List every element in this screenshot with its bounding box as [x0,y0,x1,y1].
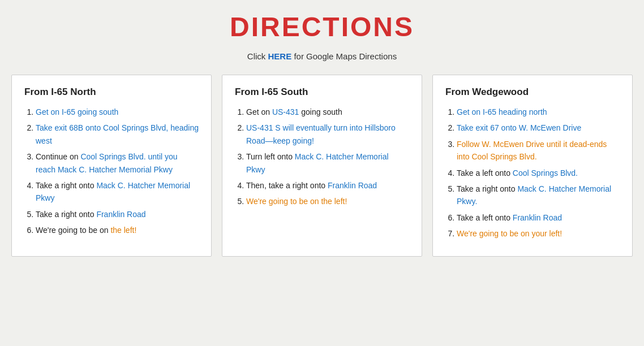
list-item: US-431 S will eventually turn into Hills… [246,122,409,147]
google-maps-prefix: Click [247,51,268,61]
list-item: Take exit 68B onto Cool Springs Blvd, he… [36,122,199,147]
list-item: Take a right onto Mack C. Hatcher Memori… [36,179,199,205]
list-item: Take a right onto Mack C. Hatcher Memori… [457,183,620,208]
directions-grid: From I-65 NorthGet on I-65 going southTa… [11,75,633,257]
list-item: Take a right onto Franklin Road [36,208,199,220]
card-title-from-wedgewood: From Wedgewood [445,86,620,98]
list-item: We're going to be on the left! [36,224,199,236]
google-maps-line: Click HERE for Google Maps Directions [11,51,633,61]
direction-list-from-wedgewood: Get on I-65 heading northTake exit 67 on… [445,106,620,240]
list-item: Take a left onto Cool Springs Blvd. [457,167,620,179]
google-maps-link[interactable]: HERE [268,51,292,61]
direction-list-from-i65-south: Get on US-431 going southUS-431 S will e… [235,106,409,208]
direction-card-from-wedgewood: From WedgewoodGet on I-65 heading northT… [432,75,633,257]
list-item: Take exit 67 onto W. McEwen Drive [457,122,620,134]
card-title-from-i65-north: From I-65 North [24,86,199,98]
direction-list-from-i65-north: Get on I-65 going southTake exit 68B ont… [24,106,199,237]
list-item: Take a left onto Franklin Road [457,211,620,224]
list-item: Get on I-65 heading north [457,106,620,118]
list-item: Get on I-65 going south [36,106,199,118]
direction-card-from-i65-north: From I-65 NorthGet on I-65 going southTa… [11,75,212,257]
list-item: Continue on Cool Springs Blvd. until you… [36,150,199,176]
list-item: Follow W. McEwen Drive until it dead-end… [457,138,620,163]
direction-card-from-i65-south: From I-65 SouthGet on US-431 going south… [222,75,422,257]
list-item: We're going to be on the left! [246,195,409,207]
list-item: Turn left onto Mack C. Hatcher Memorial … [246,150,409,176]
google-maps-suffix: for Google Maps Directions [291,51,397,61]
list-item: We're going to be on your left! [457,227,620,240]
list-item: Get on US-431 going south [246,106,409,118]
card-title-from-i65-south: From I-65 South [235,86,409,98]
list-item: Then, take a right onto Franklin Road [246,179,409,192]
page-title: DIRECTIONS [11,11,633,42]
